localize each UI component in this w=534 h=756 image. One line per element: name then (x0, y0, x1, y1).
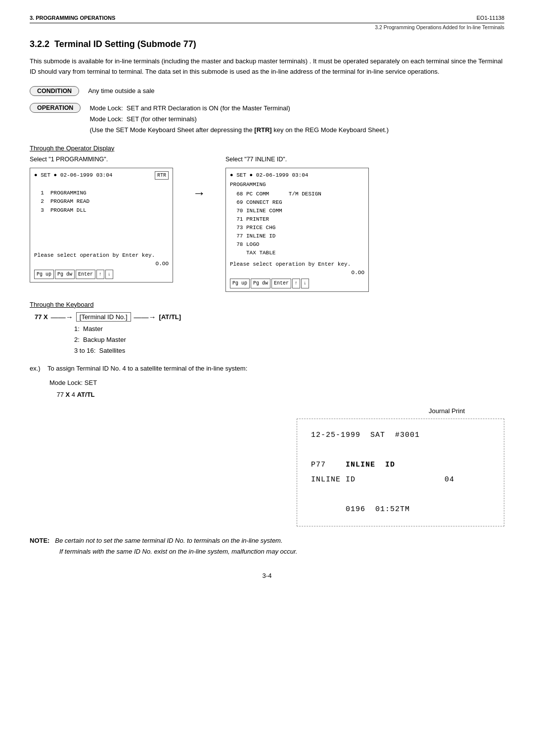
header-right: EO1-11138 (477, 15, 504, 21)
journal-box: 12-25-1999 SAT #3001 P77 INLINE ID INLIN… (297, 419, 504, 526)
rtr-badge: RTR (155, 171, 169, 180)
example-description: To assign Terminal ID No. 4 to a satelli… (47, 365, 247, 372)
operation-line3: (Use the SET Mode Keyboard Sheet after d… (89, 125, 389, 136)
displays-row: Select "1 PROGRAMMING". ● SET ● 02-06-19… (30, 156, 504, 292)
condition-row: CONDITION Any time outside a sale (30, 86, 504, 96)
example-prefix: ex.) (30, 365, 46, 372)
section-title: 3.2.2 Terminal ID Setting (Submode 77) (30, 39, 504, 49)
body-text: This submode is available for in-line te… (30, 56, 504, 77)
operation-line2: Mode Lock: SET (for other terminals) (89, 114, 389, 125)
note-text-1: Be certain not to set the same terminal … (55, 537, 282, 544)
journal-line-5 (311, 487, 490, 502)
page-header: 3. PROGRAMMING OPERATIONS EO1-11138 (30, 15, 504, 23)
header-left: 3. PROGRAMMING OPERATIONS (30, 15, 115, 21)
sub-item-1: 1: Master (74, 324, 504, 334)
left-screen: ● SET ● 02-06-1999 03:04 RTR 1 PROGRAMMI… (30, 168, 173, 283)
note-line2: If terminals with the same ID No. exist … (59, 546, 504, 557)
kbd-arrow-2: ——→ (134, 313, 156, 321)
operation-text: Mode Lock: SET and RTR Declaration is ON… (89, 103, 389, 136)
right-screen-buttons: Pg up Pg dw Enter ↑ ↓ (230, 279, 364, 288)
example-text: ex.) To assign Terminal ID No. 4 to a sa… (30, 363, 504, 374)
journal-section: Journal Print 12-25-1999 SAT #3001 P77 I… (30, 407, 504, 526)
right-screen-subheader: PROGRAMMING (230, 181, 364, 189)
mode-lock-text: Mode Lock: SET 77 X 4 AT/TL (49, 377, 504, 400)
sub-item-2: 2: Backup Master (74, 334, 504, 345)
mode-lock-label: Mode Lock: SET (49, 377, 504, 388)
left-screen-buttons: Pg up Pg dw Enter ↑ ↓ (34, 270, 169, 280)
left-screen-header: ● SET ● 02-06-1999 03:04 RTR (34, 171, 169, 180)
right-screen: ● SET ● 02-06-1999 03:04 PROGRAMMING 68 … (225, 168, 369, 292)
journal-line-2 (311, 443, 490, 458)
kbd-77: 77 (35, 313, 42, 321)
kbd-arrow-1: ——→ (51, 313, 73, 321)
mode-lock-value: 77 X 4 AT/TL (49, 389, 504, 400)
left-screen-footer: Please select operation by Enter key. O.… (34, 251, 169, 268)
left-display-col: Select "1 PROGRAMMING". ● SET ● 02-06-19… (30, 156, 173, 283)
journal-label: Journal Print (429, 407, 465, 415)
right-display-label: Select "77 INLINE ID". (225, 156, 287, 163)
right-display-col: Select "77 INLINE ID". ● SET ● 02-06-199… (225, 156, 369, 292)
keyboard-heading: Through the Keyboard (30, 301, 504, 308)
journal-line-4: INLINE ID 04 (311, 472, 490, 487)
left-screen-body: 1 PROGRAMMING 2 PROGRAM READ 3 PROGRAM D… (34, 181, 169, 248)
operator-display-heading: Through the Operator Display (30, 144, 504, 152)
operation-badge: OPERATION (30, 103, 81, 113)
note-text-2: If terminals with the same ID No. exist … (59, 548, 297, 555)
page-number: 3-4 (30, 572, 504, 579)
operation-row: OPERATION Mode Lock: SET and RTR Declara… (30, 103, 504, 136)
journal-line-1: 12-25-1999 SAT #3001 (311, 428, 490, 443)
operation-line1: Mode Lock: SET and RTR Declaration is ON… (89, 103, 389, 114)
keyboard-diagram: 77 X ——→ [Terminal ID No.] ——→ [AT/TL] (35, 312, 504, 322)
kbd-terminal-box: [Terminal ID No.] (76, 312, 131, 322)
note-bold-prefix: NOTE: (30, 537, 49, 544)
right-screen-header: ● SET ● 02-06-1999 03:04 (230, 171, 364, 180)
sub-item-3: 3 to 16: Satellites (74, 345, 504, 356)
kbd-attl-bold: [AT/TL] (159, 313, 181, 321)
right-screen-body: 68 PC COMM T/M DESIGN 69 CONNECT REG 70 … (230, 190, 364, 257)
arrow-right: → (193, 156, 206, 201)
example-section: ex.) To assign Terminal ID No. 4 to a sa… (30, 363, 504, 400)
journal-line-3: P77 INLINE ID (311, 458, 490, 472)
condition-text: Any time outside a sale (88, 87, 154, 94)
note-line1: NOTE: Be certain not to set the same ter… (30, 535, 504, 546)
keyboard-sub-list: 1: Master 2: Backup Master 3 to 16: Sate… (74, 324, 504, 356)
kbd-x-bold: X (42, 313, 47, 321)
condition-badge: CONDITION (30, 86, 79, 96)
subheader: 3.2 Programming Operations Added for In-… (30, 24, 504, 30)
right-screen-footer: Please select operation by Enter key. O.… (230, 260, 364, 277)
keyboard-section: Through the Keyboard 77 X ——→ [Terminal … (30, 301, 504, 356)
journal-line-6: 0196 01:52TM (311, 502, 490, 517)
left-display-label: Select "1 PROGRAMMING". (30, 156, 108, 163)
note-section: NOTE: Be certain not to set the same ter… (30, 535, 504, 557)
operator-display-section: Through the Operator Display Select "1 P… (30, 144, 504, 292)
